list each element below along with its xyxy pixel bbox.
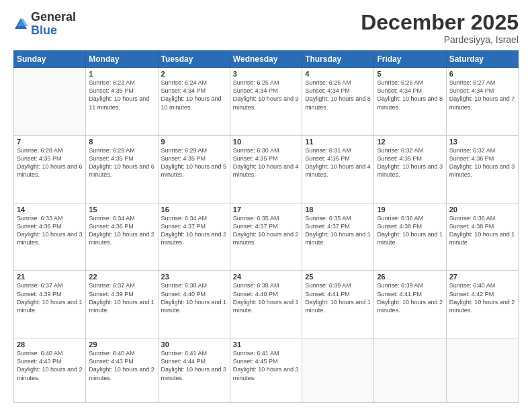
- table-row: 10Sunrise: 6:30 AM Sunset: 4:35 PM Dayli…: [230, 135, 302, 203]
- day-number: 9: [161, 138, 227, 146]
- table-row: 31Sunrise: 6:41 AM Sunset: 4:45 PM Dayli…: [230, 338, 302, 403]
- day-info: Sunrise: 6:41 AM Sunset: 4:45 PM Dayligh…: [233, 349, 299, 382]
- table-row: 13Sunrise: 6:32 AM Sunset: 4:36 PM Dayli…: [446, 135, 518, 203]
- day-info: Sunrise: 6:34 AM Sunset: 4:37 PM Dayligh…: [161, 214, 227, 247]
- table-row: [446, 338, 518, 403]
- day-info: Sunrise: 6:35 AM Sunset: 4:37 PM Dayligh…: [233, 214, 299, 247]
- day-number: 24: [233, 273, 299, 281]
- table-row: 18Sunrise: 6:35 AM Sunset: 4:37 PM Dayli…: [302, 203, 374, 271]
- table-row: 5Sunrise: 6:26 AM Sunset: 4:34 PM Daylig…: [374, 68, 446, 136]
- day-info: Sunrise: 6:35 AM Sunset: 4:37 PM Dayligh…: [305, 214, 371, 247]
- day-info: Sunrise: 6:40 AM Sunset: 4:43 PM Dayligh…: [17, 349, 83, 382]
- table-row: 21Sunrise: 6:37 AM Sunset: 4:39 PM Dayli…: [14, 271, 86, 338]
- table-row: 2Sunrise: 6:24 AM Sunset: 4:34 PM Daylig…: [158, 68, 230, 136]
- calendar-week-row: 28Sunrise: 6:40 AM Sunset: 4:43 PM Dayli…: [14, 338, 519, 403]
- day-info: Sunrise: 6:29 AM Sunset: 4:35 PM Dayligh…: [161, 146, 227, 179]
- day-number: 7: [17, 138, 83, 146]
- table-row: 8Sunrise: 6:29 AM Sunset: 4:35 PM Daylig…: [86, 135, 158, 203]
- day-info: Sunrise: 6:32 AM Sunset: 4:36 PM Dayligh…: [449, 146, 515, 179]
- calendar-week-row: 21Sunrise: 6:37 AM Sunset: 4:39 PM Dayli…: [14, 271, 519, 338]
- table-row: [302, 338, 374, 403]
- table-row: 16Sunrise: 6:34 AM Sunset: 4:37 PM Dayli…: [158, 203, 230, 271]
- day-number: 28: [17, 340, 83, 349]
- day-number: 17: [233, 205, 299, 214]
- table-row: 30Sunrise: 6:41 AM Sunset: 4:44 PM Dayli…: [158, 338, 230, 403]
- day-number: 5: [377, 70, 443, 78]
- logo-blue-text: Blue: [31, 24, 57, 37]
- col-monday: Monday: [86, 51, 158, 68]
- day-number: 12: [377, 138, 443, 146]
- calendar-week-row: 1Sunrise: 6:23 AM Sunset: 4:35 PM Daylig…: [14, 68, 519, 136]
- logo-general-text: General: [31, 10, 76, 24]
- day-info: Sunrise: 6:28 AM Sunset: 4:35 PM Dayligh…: [17, 146, 83, 179]
- day-number: 4: [305, 70, 371, 78]
- day-number: 8: [89, 138, 154, 146]
- title-area: December 2025 Pardesiyya, Israel: [361, 11, 519, 45]
- table-row: 9Sunrise: 6:29 AM Sunset: 4:35 PM Daylig…: [158, 135, 230, 203]
- day-number: 23: [161, 273, 227, 281]
- day-number: 22: [89, 273, 154, 281]
- day-number: 25: [305, 273, 371, 281]
- day-info: Sunrise: 6:25 AM Sunset: 4:34 PM Dayligh…: [233, 79, 299, 111]
- day-info: Sunrise: 6:24 AM Sunset: 4:34 PM Dayligh…: [161, 79, 227, 111]
- day-info: Sunrise: 6:33 AM Sunset: 4:36 PM Dayligh…: [17, 214, 83, 247]
- table-row: 1Sunrise: 6:23 AM Sunset: 4:35 PM Daylig…: [86, 68, 158, 136]
- table-row: 20Sunrise: 6:36 AM Sunset: 4:38 PM Dayli…: [446, 203, 518, 271]
- col-tuesday: Tuesday: [158, 51, 230, 68]
- table-row: 12Sunrise: 6:32 AM Sunset: 4:35 PM Dayli…: [374, 135, 446, 203]
- day-number: 19: [377, 205, 443, 214]
- day-number: 3: [233, 70, 299, 78]
- day-number: 6: [449, 70, 515, 78]
- page: General Blue December 2025 Pardesiyya, I…: [0, 0, 532, 411]
- day-number: 21: [17, 273, 83, 281]
- table-row: 27Sunrise: 6:40 AM Sunset: 4:42 PM Dayli…: [446, 271, 518, 338]
- day-info: Sunrise: 6:25 AM Sunset: 4:34 PM Dayligh…: [305, 79, 371, 111]
- day-number: 16: [161, 205, 227, 214]
- table-row: 6Sunrise: 6:27 AM Sunset: 4:34 PM Daylig…: [446, 68, 518, 136]
- header: General Blue December 2025 Pardesiyya, I…: [13, 11, 519, 45]
- day-info: Sunrise: 6:27 AM Sunset: 4:34 PM Dayligh…: [449, 79, 515, 111]
- day-info: Sunrise: 6:32 AM Sunset: 4:35 PM Dayligh…: [377, 146, 443, 179]
- day-number: 15: [89, 205, 154, 214]
- month-title: December 2025: [361, 11, 519, 34]
- day-number: 1: [89, 70, 154, 78]
- day-info: Sunrise: 6:36 AM Sunset: 4:38 PM Dayligh…: [449, 214, 515, 247]
- day-number: 14: [17, 205, 83, 214]
- day-info: Sunrise: 6:39 AM Sunset: 4:41 PM Dayligh…: [377, 281, 443, 314]
- day-info: Sunrise: 6:23 AM Sunset: 4:35 PM Dayligh…: [89, 79, 154, 111]
- day-info: Sunrise: 6:37 AM Sunset: 4:39 PM Dayligh…: [89, 281, 154, 314]
- day-number: 27: [449, 273, 515, 281]
- day-info: Sunrise: 6:30 AM Sunset: 4:35 PM Dayligh…: [233, 146, 299, 179]
- col-thursday: Thursday: [302, 51, 374, 68]
- day-number: 30: [161, 340, 227, 349]
- table-row: 22Sunrise: 6:37 AM Sunset: 4:39 PM Dayli…: [86, 271, 158, 338]
- col-sunday: Sunday: [14, 51, 86, 68]
- day-info: Sunrise: 6:41 AM Sunset: 4:44 PM Dayligh…: [161, 349, 227, 382]
- day-number: 11: [305, 138, 371, 146]
- table-row: 7Sunrise: 6:28 AM Sunset: 4:35 PM Daylig…: [14, 135, 86, 203]
- col-wednesday: Wednesday: [230, 51, 302, 68]
- table-row: 14Sunrise: 6:33 AM Sunset: 4:36 PM Dayli…: [14, 203, 86, 271]
- day-number: 10: [233, 138, 299, 146]
- location-subtitle: Pardesiyya, Israel: [361, 34, 519, 45]
- table-row: 24Sunrise: 6:38 AM Sunset: 4:40 PM Dayli…: [230, 271, 302, 338]
- calendar-week-row: 14Sunrise: 6:33 AM Sunset: 4:36 PM Dayli…: [14, 203, 519, 271]
- day-number: 31: [233, 340, 299, 349]
- table-row: 23Sunrise: 6:38 AM Sunset: 4:40 PM Dayli…: [158, 271, 230, 338]
- table-row: 4Sunrise: 6:25 AM Sunset: 4:34 PM Daylig…: [302, 68, 374, 136]
- logo: General Blue: [13, 11, 76, 38]
- day-info: Sunrise: 6:38 AM Sunset: 4:40 PM Dayligh…: [233, 281, 299, 314]
- table-row: 25Sunrise: 6:39 AM Sunset: 4:41 PM Dayli…: [302, 271, 374, 338]
- table-row: [14, 68, 86, 136]
- day-number: 20: [449, 205, 515, 214]
- table-row: 29Sunrise: 6:40 AM Sunset: 4:43 PM Dayli…: [86, 338, 158, 403]
- day-info: Sunrise: 6:31 AM Sunset: 4:35 PM Dayligh…: [305, 146, 371, 179]
- day-info: Sunrise: 6:40 AM Sunset: 4:43 PM Dayligh…: [89, 349, 154, 382]
- day-number: 13: [449, 138, 515, 146]
- day-info: Sunrise: 6:36 AM Sunset: 4:38 PM Dayligh…: [377, 214, 443, 247]
- logo-icon: [13, 17, 28, 32]
- day-number: 18: [305, 205, 371, 214]
- calendar-header-row: Sunday Monday Tuesday Wednesday Thursday…: [14, 51, 519, 68]
- day-info: Sunrise: 6:40 AM Sunset: 4:42 PM Dayligh…: [449, 281, 515, 314]
- table-row: 28Sunrise: 6:40 AM Sunset: 4:43 PM Dayli…: [14, 338, 86, 403]
